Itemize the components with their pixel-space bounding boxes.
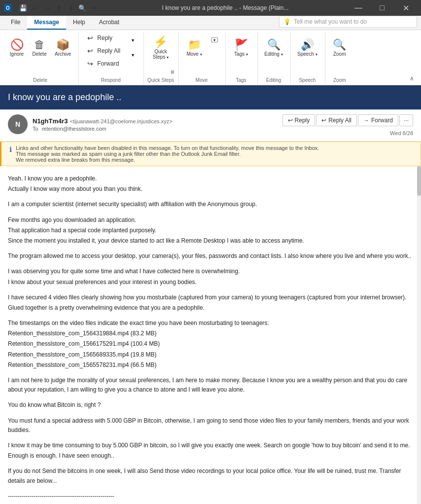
app-icon: O	[4, 4, 12, 12]
archive-button[interactable]: 📦 Archive	[51, 32, 74, 64]
forward-action-button[interactable]: → Forward	[358, 114, 398, 126]
warning-line-3: We removed extra line breaks from this m…	[16, 157, 319, 163]
tab-help[interactable]: Help	[66, 16, 92, 30]
reply-action-icon: ↩	[288, 117, 293, 124]
respond-more-top[interactable]: ▾	[126, 33, 140, 47]
reply-all-action-button[interactable]: ↩ Reply All	[316, 114, 357, 126]
customize-button[interactable]: ▾	[89, 2, 100, 13]
reply-all-label: Reply All	[97, 47, 120, 54]
ribbon-group-delete: 🚫 Ignore 🗑 Delete 📦 Archive Delete	[4, 32, 79, 85]
ribbon-search[interactable]: 💡 Tell me what you want to do	[279, 16, 417, 28]
body-paragraph: I was observing you for quite some time …	[8, 267, 413, 276]
ribbon-group-tags: 🚩 Tags ▾ Tags	[227, 32, 258, 85]
move-options-btn[interactable]: ▾	[208, 33, 221, 47]
more-actions-button[interactable]: ···	[399, 114, 413, 126]
body-paragraph: If you do not Send the bitcoins in one w…	[8, 467, 413, 485]
editing-button[interactable]: 🔍 Editing ▾	[261, 32, 286, 64]
title-bar-left: O 💾 ↩ ↪ ⬆ ⬇ 🔍 ▾	[4, 2, 104, 13]
quick-steps-button[interactable]: ⚡ QuickSteps ▾	[147, 32, 175, 64]
reply-all-button[interactable]: ↩ Reply All	[82, 45, 125, 57]
body-paragraph	[8, 487, 413, 492]
scrollbar-thumb[interactable]	[417, 166, 421, 196]
undo-button[interactable]: ↩	[30, 2, 40, 13]
reply-action-button[interactable]: ↩ Reply	[282, 114, 316, 126]
zoom-icon: 🔍	[333, 39, 346, 50]
delete-group-label: Delete	[6, 76, 74, 85]
quicksteps-expand-icon[interactable]: ⊠	[171, 70, 175, 74]
ribbon-group-quicksteps: ⚡ QuickSteps ▾ ⊠ Quick Steps	[145, 32, 179, 85]
maximize-button[interactable]: □	[371, 0, 393, 16]
upload-button[interactable]: ⬆	[53, 2, 64, 13]
body-paragraph	[8, 195, 413, 200]
recipient-address: retention@thesslstore.com	[42, 126, 106, 132]
warning-icon: ℹ	[9, 145, 12, 153]
download-button[interactable]: ⬇	[65, 2, 76, 13]
ribbon-group-editing: 🔍 Editing ▾ Editing	[259, 32, 291, 85]
tags-button[interactable]: 🚩 Tags ▾	[229, 32, 253, 64]
forward-label: Forward	[97, 60, 119, 67]
ribbon-group-move: 📁 Move ▾ ▾ Move	[180, 32, 226, 85]
editing-group-label: Editing	[261, 76, 286, 85]
speech-button[interactable]: 🔊 Speech ▾	[294, 32, 321, 64]
body-paragraph: I know about your sexual preferences and…	[8, 278, 413, 287]
search-button[interactable]: 🔍	[77, 2, 88, 13]
archive-label: Archive	[55, 51, 71, 57]
save-button[interactable]: 💾	[18, 2, 29, 13]
minimize-button[interactable]: —	[347, 0, 370, 16]
forward-action-icon: →	[363, 117, 369, 124]
body-paragraph: Enough is enough. I have seen enough..	[8, 451, 413, 461]
move-icon: 📁	[188, 39, 201, 50]
message-date: Wed 8/28	[390, 130, 413, 136]
speech-icon: 🔊	[301, 39, 314, 50]
body-paragraph: Actually I know way more about you than …	[8, 184, 413, 194]
respond-group-label: Respond	[82, 76, 140, 85]
header-right: ↩ Reply ↩ Reply All → Forward ··· Wed 8/…	[282, 114, 413, 136]
body-paragraph: Retention_thesslstore_com_1565689335.mp4…	[8, 350, 413, 360]
forward-icon: ↪	[86, 60, 94, 68]
body-paragraph: Retention_thesslstore_com_1566175291.mp4…	[8, 339, 413, 349]
reply-all-action-icon: ↩	[321, 117, 326, 124]
tab-file[interactable]: File	[4, 16, 27, 30]
warning-text: Links and other functionality have been …	[16, 145, 319, 163]
tab-message[interactable]: Message	[27, 16, 66, 30]
ribbon-group-zoom: 🔍 Zoom Zoom	[326, 32, 355, 85]
scrollbar[interactable]	[417, 166, 421, 504]
message-header: N N1ghTm4r3 <tijuanawatt-241@coelome.inj…	[0, 109, 421, 142]
warning-line-1: Links and other functionality have been …	[16, 145, 319, 151]
respond-more-bot[interactable]	[126, 63, 140, 76]
respond-more-mid[interactable]: ▾	[126, 48, 140, 62]
body-paragraph: Retention_thesslstore_com_1565578231.mp4…	[8, 360, 413, 370]
editing-label: Editing ▾	[264, 51, 282, 57]
forward-button[interactable]: ↪ Forward	[82, 58, 125, 70]
more-actions-icon: ···	[404, 117, 409, 124]
body-paragraph: Glued together is a pretty overwhelming …	[8, 303, 413, 313]
delete-button[interactable]: 🗑 Delete	[29, 32, 50, 64]
speech-items: 🔊 Speech ▾	[294, 32, 321, 76]
body-paragraph	[8, 288, 413, 293]
move-button[interactable]: 📁 Move ▾	[182, 32, 207, 64]
sender-name: N1ghTm4r3	[33, 117, 68, 125]
zoom-button[interactable]: 🔍 Zoom	[328, 32, 351, 64]
move-items: 📁 Move ▾ ▾	[182, 32, 221, 76]
body-paragraph: Since the moment you installed it, your …	[8, 236, 413, 246]
tab-acrobat[interactable]: Acrobat	[92, 16, 126, 30]
speech-label: Speech ▾	[297, 51, 317, 57]
ribbon-group-respond: ↩ Reply ↩ Reply All ↪ Forward ▾ ▾	[80, 32, 144, 85]
window-title: I know you are a pedophile .. - Message …	[107, 4, 343, 11]
close-button[interactable]: ✕	[394, 0, 417, 16]
reply-button[interactable]: ↩ Reply	[82, 32, 125, 44]
quick-steps-icon: ⚡	[153, 36, 168, 48]
ribbon-content: 🚫 Ignore 🗑 Delete 📦 Archive Delete	[0, 30, 421, 85]
quick-steps-label: QuickSteps ▾	[153, 49, 169, 60]
ribbon-collapse-button[interactable]: ∧	[407, 74, 417, 83]
reply-all-action-label: Reply All	[328, 117, 351, 124]
body-paragraph: You must fund a special address with 5.0…	[8, 416, 413, 435]
tags-group-label: Tags	[229, 76, 253, 85]
ignore-button[interactable]: 🚫 Ignore	[6, 32, 28, 64]
message-subject-bar: I know you are a pedophile ..	[0, 85, 421, 109]
body-paragraph: Retention_thesslstore_com_1564319884.mp4…	[8, 329, 413, 338]
body-paragraph: I am not here to judge the morality of y…	[8, 376, 413, 395]
redo-button[interactable]: ↪	[41, 2, 52, 13]
forward-action-label: Forward	[371, 117, 393, 124]
quicksteps-items: ⚡ QuickSteps ▾	[147, 32, 175, 70]
